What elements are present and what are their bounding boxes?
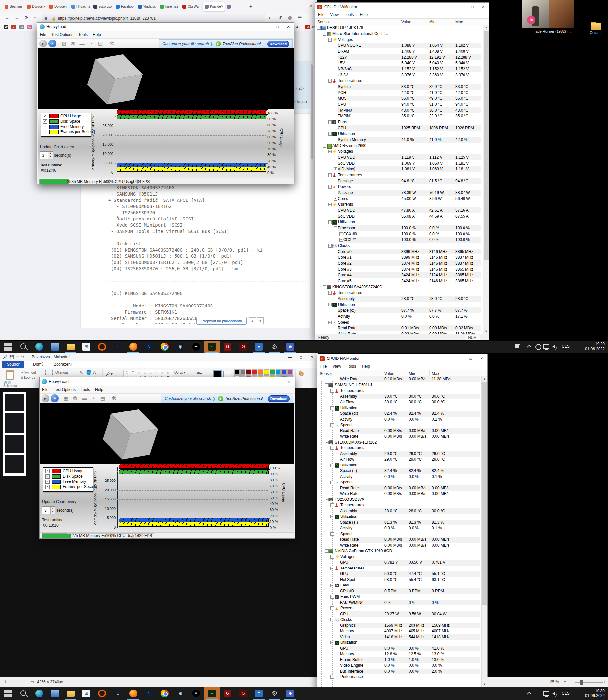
sensor-row[interactable]: Frame Buffer1.0 %1.0 %13.0 % — [318, 657, 482, 663]
sensor-row[interactable]: Activity0.0 %0.0 %0.1 % — [318, 474, 482, 480]
maximize-icon[interactable]: □ — [465, 354, 476, 363]
legend-checkbox[interactable]: ✓ — [43, 125, 48, 129]
bookmark-item[interactable]: A ... — [296, 25, 302, 29]
sensor-row[interactable]: −TS256GSSD370 — [318, 497, 482, 503]
bookmark-favicon[interactable]: C — [27, 24, 32, 30]
paste-icon[interactable] — [5, 370, 14, 380]
sensor-row[interactable]: System Memory41.0 %41.0 %42.0 % — [315, 137, 483, 143]
scroll-thumb[interactable] — [482, 382, 487, 605]
tray-chevron-icon[interactable] — [527, 692, 532, 696]
sensor-row[interactable]: −Temperatures — [318, 502, 482, 508]
ribbon-tab-domů[interactable]: Domů — [28, 361, 48, 368]
sensor-row[interactable]: +CCX #1100.0 %0.0 %100.0 % — [315, 237, 483, 243]
sensor-row[interactable]: −∿∿Clocks — [315, 243, 483, 248]
lol-icon[interactable]: L — [110, 687, 126, 700]
shape-item[interactable]: ◇ — [154, 371, 158, 374]
expander-icon[interactable]: − — [323, 32, 326, 36]
start-button[interactable] — [0, 687, 16, 700]
legend-checkbox[interactable]: ✓ — [43, 114, 48, 118]
disk-test-icon[interactable]: ⛃ — [69, 40, 77, 48]
volume-icon[interactable] — [552, 345, 555, 348]
close-icon[interactable]: ✕ — [307, 353, 318, 362]
sensor-row[interactable]: MOS56.0 °C49.0 °C56.0 °C — [315, 95, 483, 102]
sensor-row[interactable]: +3.3V3.376 V3.360 V3.376 V — [315, 72, 483, 78]
start-test-button[interactable]: ▶ — [41, 394, 49, 402]
expander-icon[interactable]: − — [328, 303, 332, 307]
expander-icon[interactable]: − — [330, 515, 334, 518]
sensor-row[interactable]: −Micro-Star International Co. Lt... — [315, 31, 483, 37]
sensor-row[interactable]: Space (s:)81.3 %81.3 %81.3 % — [318, 520, 482, 526]
stop-test-button[interactable]: ■ — [49, 40, 56, 48]
ribbon-tab-soubor[interactable]: Soubor — [2, 361, 24, 368]
palette-color[interactable] — [252, 369, 257, 374]
sensor-row[interactable]: Package78.39 W76.19 W88.07 W — [315, 190, 483, 196]
tab-close-icon[interactable]: ✕ — [221, 4, 224, 8]
sensor-row[interactable]: DRAM1.408 V1.408 V1.408 V — [315, 49, 483, 54]
minimize-icon[interactable]: — — [261, 22, 272, 31]
sensor-row[interactable]: −◔Speed — [318, 531, 482, 537]
sensor-row[interactable]: CPU94.0 °C81.0 °C94.0 °C — [315, 102, 483, 107]
sensor-row[interactable]: +5V5.040 V5.040 V5.040 V — [315, 60, 483, 66]
jump-up-button[interactable]: ▲ — [249, 317, 256, 325]
legend-checkbox[interactable]: ✓ — [45, 485, 50, 489]
zoom-out-icon[interactable]: − — [564, 679, 566, 684]
scroll-down-icon[interactable]: ▼ — [483, 329, 489, 334]
browser-tab[interactable]: Doručené — [48, 2, 69, 11]
sensor-row[interactable]: GPU #00 RPM0 RPM0 RPM — [318, 588, 482, 594]
edge-icon[interactable] — [31, 687, 47, 700]
language-indicator[interactable]: CES — [562, 691, 570, 696]
menu-item[interactable]: Tools — [342, 12, 357, 18]
column-header-sensor[interactable]: Sensor — [315, 19, 399, 25]
column-header-min[interactable]: Min — [406, 370, 430, 377]
cut-label[interactable]: ✂ Vyjmout — [21, 371, 36, 374]
maximize-icon[interactable]: □ — [272, 22, 283, 31]
undo-icon[interactable]: ↶ — [16, 354, 19, 359]
sensor-row[interactable]: −∿Utilization — [315, 131, 483, 137]
sensor-row[interactable]: Assembly29.0 °C29.0 °C29.0 °C — [318, 451, 482, 457]
column-header-max[interactable]: Max — [453, 19, 483, 25]
legend-checkbox[interactable]: ✓ — [45, 469, 50, 473]
column-header-value[interactable]: Value — [399, 19, 427, 25]
sensor-row[interactable]: Read Rate0.00 MB/s0.00 MB/s0.00 MB/s — [318, 537, 482, 543]
sensor-row[interactable]: Core #33374 MHz3146 MHz3865 MHz — [315, 266, 483, 272]
sensor-row[interactable]: GPU50.0 °C47.4 °C55.1 °C — [318, 571, 482, 577]
gputweak2-icon[interactable]: G — [235, 340, 251, 353]
game-icon[interactable]: ✦ — [188, 340, 204, 353]
start-button[interactable] — [0, 340, 16, 353]
network-icon[interactable] — [543, 691, 550, 696]
expander-icon[interactable]: − — [330, 463, 334, 467]
maximize-icon[interactable]: □ — [272, 377, 283, 386]
sensor-row[interactable]: Write Rate0.00 MB/s0.00 MB/s0.00 MB/s — [318, 434, 482, 440]
select-tool-icon[interactable] — [45, 370, 53, 375]
expander-icon[interactable]: − — [328, 132, 332, 136]
zoom-in-icon[interactable]: ＋ — [603, 679, 607, 685]
expander-icon[interactable]: − — [330, 584, 334, 587]
sensor-row[interactable]: +Cores45.00 W8.56 W56.40 W — [315, 196, 483, 202]
expander-icon[interactable]: − — [328, 121, 332, 124]
sensor-row[interactable]: Video1418 MHz544 MHz1418 MHz — [318, 634, 482, 640]
expander-icon[interactable]: − — [317, 26, 321, 30]
expander-icon[interactable]: − — [330, 618, 334, 622]
sensor-row[interactable]: +VID (Max)1.081 V1.069 V1.181 V — [315, 166, 483, 172]
sensor-row[interactable]: CPU1925 RPM1896 RPM1928 RPM — [315, 125, 483, 131]
browser-tab[interactable] — [225, 2, 247, 11]
expander-icon[interactable]: − — [330, 503, 334, 507]
sensor-row[interactable]: Write Rate0.00 MB/s0.00 MB/s0.00 MB/s — [318, 543, 482, 549]
sensor-row[interactable]: Core #03399 MHz3146 MHz3865 MHz — [315, 248, 483, 255]
zoom-slider[interactable] — [575, 682, 603, 683]
edge-icon[interactable] — [31, 340, 47, 353]
palette-color[interactable] — [287, 369, 292, 374]
bookmark-favicon[interactable]: ⊕ — [19, 24, 24, 30]
menu-item[interactable]: Help — [90, 32, 103, 38]
board-test-icon[interactable]: ▤ — [96, 40, 104, 48]
expander-icon[interactable]: − — [330, 423, 334, 427]
sensor-row[interactable]: −Temperatures — [315, 290, 483, 296]
sensor-row[interactable]: −✣Fans — [318, 583, 482, 588]
expander-icon[interactable]: − — [330, 595, 334, 598]
sensor-row[interactable]: −Temperatures — [318, 388, 482, 394]
sensor-row[interactable]: −KINGSTON SA400S37240G — [315, 284, 483, 290]
desktop-folder-icon[interactable] — [591, 23, 602, 30]
expander-icon[interactable]: + — [334, 167, 337, 171]
expander-icon[interactable]: − — [328, 173, 332, 177]
expander-icon[interactable]: − — [328, 185, 332, 189]
